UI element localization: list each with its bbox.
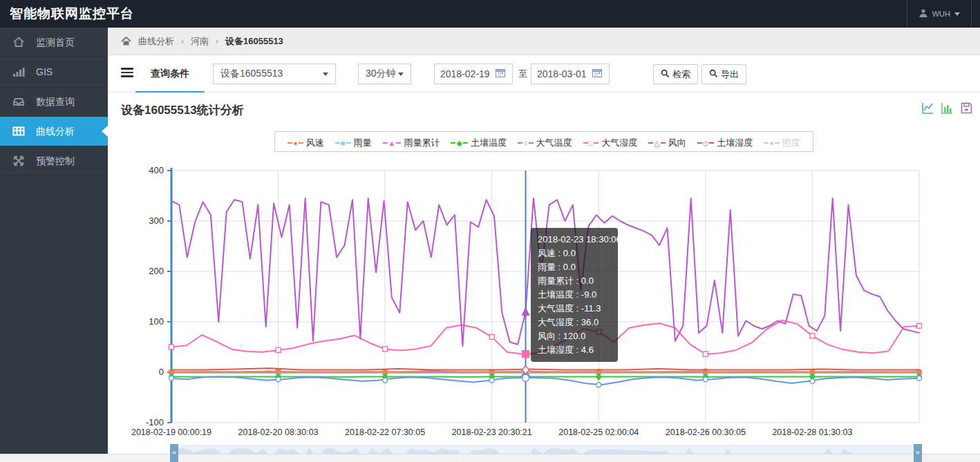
datazoom-right-handle[interactable]: = <box>914 444 922 462</box>
svg-text:2018-02-25 02:00:04: 2018-02-25 02:00:04 <box>558 427 639 437</box>
svg-text:0: 0 <box>159 367 164 377</box>
svg-text:2018-02-19 00:00:19: 2018-02-19 00:00:19 <box>131 427 211 437</box>
svg-text:-100: -100 <box>146 417 164 427</box>
svg-text:300: 300 <box>149 215 164 226</box>
svg-text:2018-02-26 00:30:05: 2018-02-26 00:30:05 <box>666 427 746 437</box>
datazoom-left-handle[interactable]: = <box>170 444 178 462</box>
svg-text:200: 200 <box>149 266 164 276</box>
horizontal-scrollbar[interactable] <box>0 454 980 462</box>
svg-text:2018-02-20 08:30:03: 2018-02-20 08:30:03 <box>238 427 319 437</box>
page: 智能物联网监控平台 WUH 监测首页GIS数据查询曲线分析预警控制 曲线分析›河… <box>0 0 980 462</box>
svg-text:2018-02-28 01:30:03: 2018-02-28 01:30:03 <box>772 427 852 437</box>
svg-text:400: 400 <box>149 165 164 175</box>
svg-text:2018-02-22 07:30:05: 2018-02-22 07:30:05 <box>345 427 425 437</box>
svg-text:100: 100 <box>149 316 164 327</box>
chart-canvas[interactable]: 4003002001000-1002018-02-19 00:00:192018… <box>0 0 980 462</box>
svg-text:2018-02-23 20:30:21: 2018-02-23 20:30:21 <box>452 427 532 437</box>
